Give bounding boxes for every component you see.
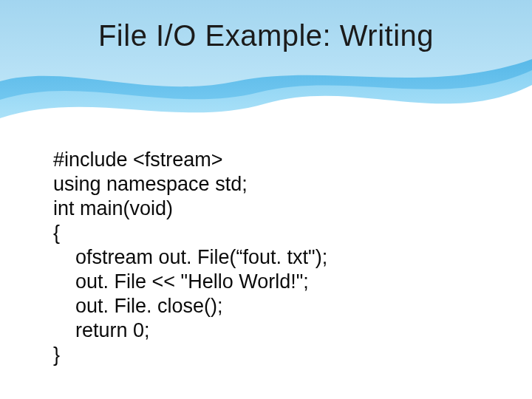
code-line: out. File << "Hello World!"; [53,270,309,293]
code-line: { [53,222,60,244]
code-line: using namespace std; [53,173,248,195]
code-line: ofstream out. File(“fout. txt"); [53,246,327,268]
code-line: out. File. close(); [53,295,223,317]
code-line: int main(void) [53,197,173,219]
slide-title: File I/O Example: Writing [0,19,532,52]
code-example: #include <fstream> using namespace std; … [53,148,327,366]
code-line: return 0; [53,319,150,341]
code-line: } [53,344,60,366]
code-line: #include <fstream> [53,149,223,171]
